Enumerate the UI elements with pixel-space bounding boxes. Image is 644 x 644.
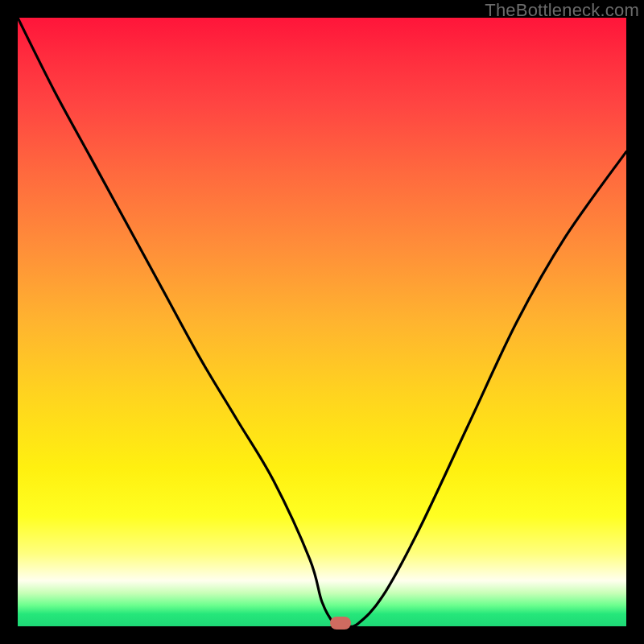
bottleneck-curve xyxy=(18,18,626,626)
watermark-text: TheBottleneck.com xyxy=(485,0,639,21)
optimal-point-marker xyxy=(330,617,351,630)
chart-frame xyxy=(18,18,626,626)
